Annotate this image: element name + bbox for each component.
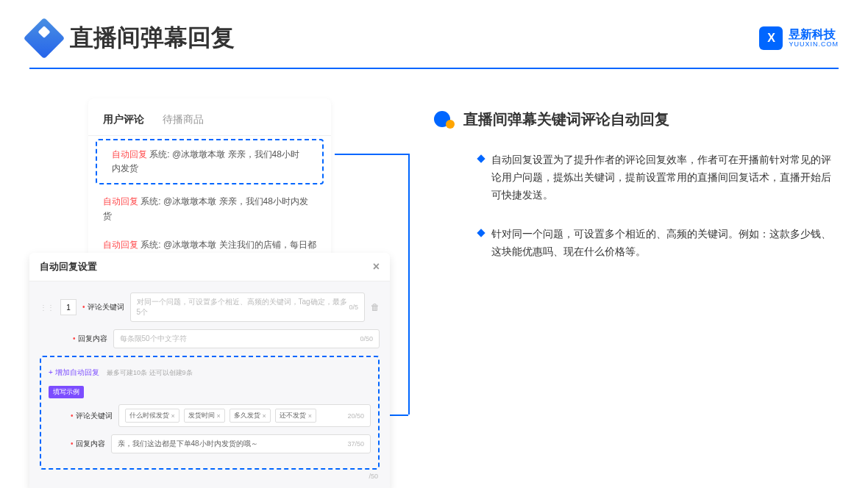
cube-icon	[24, 18, 65, 60]
brand: X 昱新科技 YUUXIN.COM	[759, 26, 839, 50]
auto-reply-settings-panel: 自动回复设置 × ⋮⋮ 1 评论关键词 对同一个问题，可设置多个相近、高频的关键…	[29, 253, 390, 488]
bullet-text: 针对同一个问题，可设置多个相近的、高频的关键词。例如：这款多少钱、这块能优惠吗、…	[491, 226, 839, 261]
page-title: 直播间弹幕回复	[70, 22, 235, 54]
tab-pending-goods[interactable]: 待播商品	[163, 113, 204, 126]
keyword-tag[interactable]: 发货时间×	[184, 409, 225, 423]
connector-line	[335, 154, 408, 155]
keyword-tag[interactable]: 什么时候发货×	[125, 409, 179, 423]
example-keyword-label: 评论关键词	[71, 411, 113, 421]
bullet-icon	[477, 229, 485, 237]
content-placeholder: 每条限50个中文字符	[120, 334, 187, 344]
keyword-tag[interactable]: 多久发货×	[230, 409, 271, 423]
comment-row: 自动回复 系统: @冰墩墩本墩 亲亲，我们48小时内发货	[88, 187, 331, 230]
system-prefix: 系统:	[140, 240, 160, 250]
add-limit-text: 最多可建10条 还可以创建9条	[107, 369, 193, 376]
brand-name-en: YUUXIN.COM	[789, 41, 839, 49]
example-content-count: 37/50	[347, 440, 364, 448]
bubble-icon	[434, 111, 455, 129]
brand-logo-icon: X	[759, 26, 783, 50]
content-label: 回复内容	[73, 334, 107, 344]
delete-icon[interactable]: 🗑	[371, 302, 380, 312]
add-auto-reply-link[interactable]: + 增加自动回复	[49, 368, 99, 376]
keyword-count: 0/5	[349, 304, 358, 311]
auto-reply-tag: 自动回复	[103, 240, 138, 250]
bullet-icon	[477, 154, 485, 162]
system-prefix: 系统:	[149, 149, 169, 159]
auto-reply-tag: 自动回复	[112, 149, 147, 159]
extra-count: /50	[40, 470, 380, 480]
example-content-label: 回复内容	[71, 439, 105, 449]
example-content-input[interactable]: 亲，我们这边都是下单48小时内发货的哦～ 37/50	[111, 434, 371, 453]
example-content-text: 亲，我们这边都是下单48小时内发货的哦～	[118, 439, 258, 449]
example-box: + 增加自动回复 最多可建10条 还可以创建9条 填写示例 评论关键词 什么时候…	[40, 356, 380, 470]
close-icon[interactable]: ×	[373, 260, 380, 273]
connector-line	[408, 154, 410, 415]
bullet-text: 自动回复设置为了提升作者的评论回复效率，作者可在开播前针对常见的评论用户问题，提…	[491, 151, 839, 204]
keyword-placeholder: 对同一个问题，可设置多个相近、高频的关键词，Tag确定，最多5个	[137, 297, 349, 317]
content-input[interactable]: 每条限50个中文字符 0/50	[113, 329, 380, 348]
example-badge: 填写示例	[49, 386, 84, 398]
tab-user-comments[interactable]: 用户评论	[103, 113, 144, 126]
brand-name-cn: 昱新科技	[789, 28, 839, 41]
comment-row-highlighted: 自动回复 系统: @冰墩墩本墩 亲亲，我们48小时内发货	[96, 139, 324, 184]
example-keyword-input[interactable]: 什么时候发货× 发货时间× 多久发货× 还不发货× 20/50	[118, 404, 371, 427]
section-heading: 直播间弹幕关键词评论自动回复	[463, 110, 669, 129]
keyword-tag[interactable]: 还不发货×	[275, 409, 316, 423]
panel-title: 自动回复设置	[40, 260, 97, 273]
content-count: 0/50	[360, 335, 373, 342]
auto-reply-tag: 自动回复	[103, 196, 138, 207]
keyword-input[interactable]: 对同一个问题，可设置多个相近、高频的关键词，Tag确定，最多5个 0/5	[130, 293, 365, 322]
sequence-number: 1	[60, 299, 77, 315]
system-prefix: 系统:	[140, 196, 160, 207]
keyword-label: 评论关键词	[82, 302, 124, 312]
example-keyword-count: 20/50	[347, 412, 364, 420]
